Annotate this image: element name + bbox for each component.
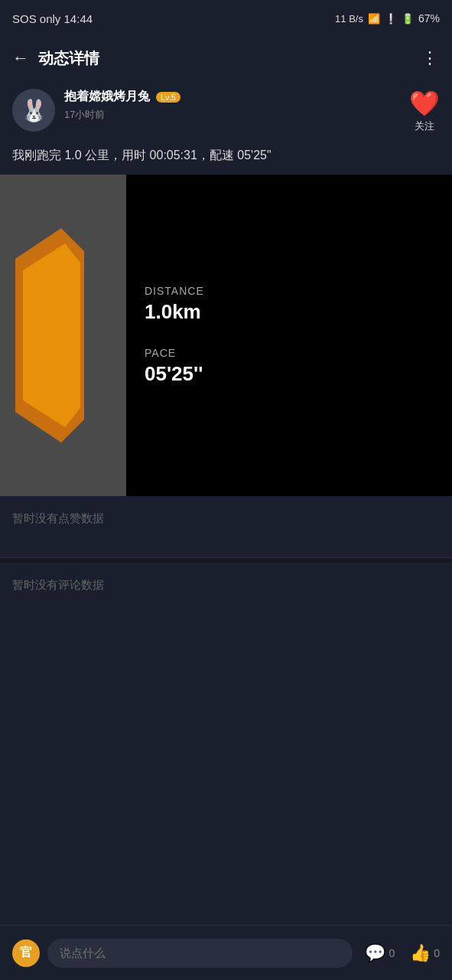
- follow-label: 关注: [415, 119, 434, 133]
- distance-label: DISTANCE: [145, 285, 434, 297]
- distance-stat: DISTANCE 1.0km: [145, 285, 434, 324]
- like-count: 0: [434, 947, 440, 959]
- avatar-image: 🐰: [12, 89, 55, 132]
- header-left: ← 动态详情: [12, 48, 99, 69]
- run-image-decoration: [15, 228, 84, 443]
- run-image-right: DISTANCE 1.0km PACE 05'25'': [126, 175, 452, 496]
- user-info-row: 🐰 抱着嫦娥烤月兔 Lv.5 17小时前 ❤️ 关注: [0, 80, 452, 142]
- user-details: 抱着嫦娥烤月兔 Lv.5 17小时前: [64, 89, 180, 122]
- user-left: 🐰 抱着嫦娥烤月兔 Lv.5 17小时前: [12, 89, 180, 132]
- comment-input-area: 官: [12, 939, 353, 968]
- post-content: 我刚跑完 1.0 公里，用时 00:05:31，配速 05'25": [0, 142, 452, 175]
- follow-button[interactable]: ❤️ 关注: [409, 89, 440, 133]
- page-header: ← 动态详情 ⋮: [0, 37, 452, 80]
- user-name-row: 抱着嫦娥烤月兔 Lv.5: [64, 89, 180, 105]
- pace-stat: PACE 05'25'': [145, 347, 434, 386]
- battery-icon: 🔋: [402, 13, 414, 24]
- pace-value: 05'25'': [145, 362, 434, 386]
- comments-section: 暂时没有评论数据: [0, 558, 452, 711]
- likes-empty-text: 暂时没有点赞数据: [12, 511, 104, 524]
- comment-input[interactable]: [47, 939, 353, 968]
- like-button[interactable]: 👍 0: [410, 943, 440, 963]
- comment-count: 0: [389, 947, 395, 959]
- bottom-bar: 官 💬 0 👍 0: [0, 925, 452, 980]
- comments-empty-text: 暂时没有评论数据: [12, 578, 104, 591]
- thumbs-up-icon: 👍: [410, 943, 431, 963]
- comment-button[interactable]: 💬 0: [365, 943, 395, 963]
- run-image: DISTANCE 1.0km PACE 05'25'': [0, 175, 452, 496]
- svg-marker-1: [23, 243, 80, 427]
- back-button[interactable]: ←: [12, 48, 29, 68]
- bottom-spacer: [0, 711, 452, 773]
- distance-value: 1.0km: [145, 300, 434, 324]
- battery-percent: 67%: [418, 12, 440, 24]
- user-name[interactable]: 抱着嫦娥烤月兔: [64, 89, 150, 105]
- bottom-actions: 💬 0 👍 0: [365, 943, 440, 963]
- network-speed-icon: 11 B/s: [335, 13, 363, 24]
- post-time: 17小时前: [64, 108, 180, 122]
- run-image-left: [0, 175, 126, 496]
- page-title: 动态详情: [38, 48, 99, 69]
- avatar[interactable]: 🐰: [12, 89, 55, 132]
- likes-section: 暂时没有点赞数据: [0, 496, 452, 557]
- input-avatar: 官: [12, 939, 40, 967]
- comment-icon: 💬: [365, 943, 385, 963]
- status-bar: SOS only 14:44 11 B/s 📶 ❕ 🔋 67%: [0, 0, 452, 37]
- heart-icon: ❤️: [409, 89, 440, 118]
- status-time: SOS only 14:44: [12, 12, 93, 25]
- level-badge: Lv.5: [156, 92, 180, 103]
- status-right: 11 B/s 📶 ❕ 🔋 67%: [335, 12, 440, 24]
- wifi-icon: 📶: [368, 13, 380, 24]
- more-options-button[interactable]: ⋮: [421, 48, 440, 68]
- pace-label: PACE: [145, 347, 434, 359]
- exclamation-icon: ❕: [385, 13, 397, 24]
